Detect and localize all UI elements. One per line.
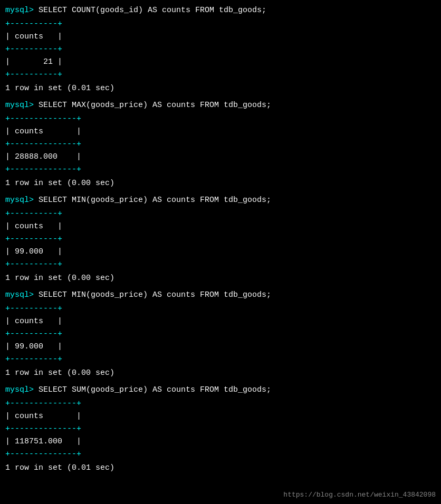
prompt-5: mysql>	[5, 385, 39, 394]
result-table-4: +----------+ | counts | +----------+ | 9…	[5, 303, 436, 366]
value-row-3: | 99.000 |	[5, 246, 436, 258]
result-table-2: +--------------+ | counts | +-----------…	[5, 113, 436, 176]
mid-border-2: +--------------+	[5, 138, 436, 151]
bot-border-5: +--------------+	[5, 448, 436, 461]
bot-border-1: +----------+	[5, 69, 436, 81]
sql-text-4: SELECT MIN(goods_price) AS counts FROM t…	[39, 290, 271, 299]
sql-text-5: SELECT SUM(goods_price) AS counts FROM t…	[39, 385, 271, 394]
prompt-2: mysql>	[5, 101, 39, 110]
result-line-3: 1 row in set (0.00 sec)	[5, 272, 436, 285]
query-block-2: mysql> SELECT MAX(goods_price) AS counts…	[5, 99, 436, 190]
bot-border-4: +----------+	[5, 353, 436, 366]
top-border-2: +--------------+	[5, 113, 436, 125]
bot-border-3: +----------+	[5, 258, 436, 271]
query-line-4: mysql> SELECT MIN(goods_price) AS counts…	[5, 289, 436, 302]
top-border-5: +--------------+	[5, 398, 436, 410]
mid-border-4: +----------+	[5, 328, 436, 341]
header-row-2: | counts |	[5, 125, 436, 138]
value-row-2: | 28888.000 |	[5, 151, 436, 163]
result-table-5: +--------------+ | counts | +-----------…	[5, 398, 436, 461]
top-border-1: +----------+	[5, 18, 436, 31]
result-line-1: 1 row in set (0.01 sec)	[5, 82, 436, 95]
query-line-1: mysql> SELECT COUNT(goods_id) AS counts …	[5, 4, 436, 17]
sql-text-2: SELECT MAX(goods_price) AS counts FROM t…	[39, 101, 271, 110]
sql-text-1: SELECT COUNT(goods_id) AS counts FROM td…	[39, 6, 266, 15]
mid-border-1: +----------+	[5, 43, 436, 56]
query-line-3: mysql> SELECT MIN(goods_price) AS counts…	[5, 194, 436, 207]
prompt-1: mysql>	[5, 6, 39, 15]
result-line-4: 1 row in set (0.00 sec)	[5, 367, 436, 380]
prompt-4: mysql>	[5, 290, 39, 299]
mid-border-3: +----------+	[5, 233, 436, 246]
value-row-4: | 99.000 |	[5, 341, 436, 353]
top-border-3: +----------+	[5, 208, 436, 220]
query-line-2: mysql> SELECT MAX(goods_price) AS counts…	[5, 99, 436, 112]
query-block-3: mysql> SELECT MIN(goods_price) AS counts…	[5, 194, 436, 285]
query-block-5: mysql> SELECT SUM(goods_price) AS counts…	[5, 384, 436, 474]
query-block-1: mysql> SELECT COUNT(goods_id) AS counts …	[5, 4, 436, 95]
result-table-3: +----------+ | counts | +----------+ | 9…	[5, 208, 436, 271]
header-row-1: | counts |	[5, 31, 436, 43]
terminal-container: mysql> SELECT COUNT(goods_id) AS counts …	[5, 4, 436, 474]
value-row-5: | 118751.000 |	[5, 435, 436, 448]
watermark: https://blog.csdn.net/weixin_43842098	[283, 491, 436, 499]
header-row-3: | counts |	[5, 220, 436, 233]
prompt-3: mysql>	[5, 196, 39, 205]
result-table-1: +----------+ | counts | +----------+ | 2…	[5, 18, 436, 81]
value-row-1: | 21 |	[5, 56, 436, 69]
result-line-5: 1 row in set (0.01 sec)	[5, 462, 436, 474]
header-row-5: | counts |	[5, 410, 436, 423]
bot-border-2: +--------------+	[5, 163, 436, 176]
sql-text-3: SELECT MIN(goods_price) AS counts FROM t…	[39, 196, 271, 205]
query-line-5: mysql> SELECT SUM(goods_price) AS counts…	[5, 384, 436, 396]
mid-border-5: +--------------+	[5, 423, 436, 435]
top-border-4: +----------+	[5, 303, 436, 315]
query-block-4: mysql> SELECT MIN(goods_price) AS counts…	[5, 289, 436, 380]
header-row-4: | counts |	[5, 315, 436, 328]
result-line-2: 1 row in set (0.00 sec)	[5, 177, 436, 190]
